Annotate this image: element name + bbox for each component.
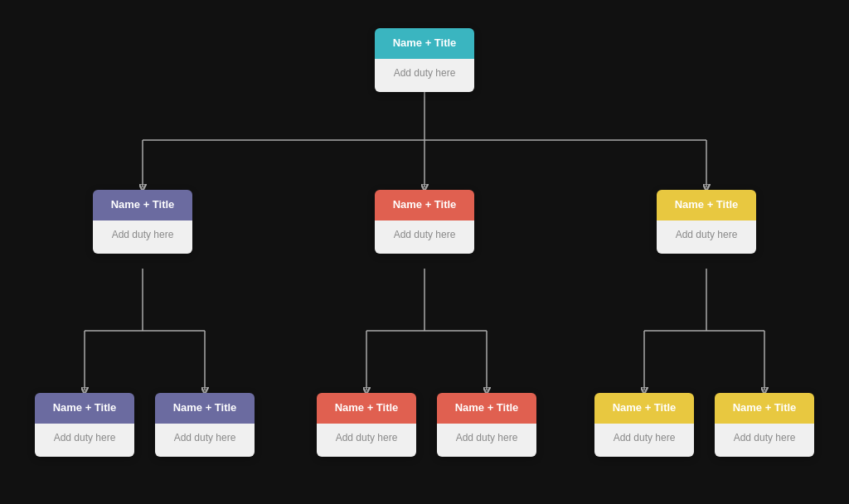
node-root-label: Name + Title bbox=[393, 36, 457, 49]
node-bot-left-2[interactable]: Name + Title Add duty here bbox=[155, 393, 255, 457]
node-bot-left-2-header: Name + Title bbox=[155, 393, 255, 424]
node-mid-center-label: Name + Title bbox=[393, 198, 457, 211]
node-bot-left-1-label: Name + Title bbox=[53, 401, 117, 414]
node-bot-right-1-body: Add duty here bbox=[594, 424, 694, 457]
node-bot-center-2-body: Add duty here bbox=[437, 424, 536, 457]
node-root-header: Name + Title bbox=[375, 28, 474, 59]
node-bot-left-1-body: Add duty here bbox=[35, 424, 134, 457]
node-mid-left-duty: Add duty here bbox=[112, 229, 174, 240]
node-mid-right-body: Add duty here bbox=[657, 220, 756, 254]
node-bot-right-1[interactable]: Name + Title Add duty here bbox=[594, 393, 694, 457]
node-mid-left-body: Add duty here bbox=[93, 220, 192, 254]
node-bot-center-1[interactable]: Name + Title Add duty here bbox=[317, 393, 416, 457]
node-mid-right[interactable]: Name + Title Add duty here bbox=[657, 190, 756, 254]
node-bot-left-2-body: Add duty here bbox=[155, 424, 255, 457]
node-bot-center-2-label: Name + Title bbox=[455, 401, 519, 414]
node-bot-right-2-body: Add duty here bbox=[715, 424, 814, 457]
node-mid-right-duty: Add duty here bbox=[676, 229, 738, 240]
node-bot-right-1-header: Name + Title bbox=[594, 393, 694, 424]
node-bot-left-1-duty: Add duty here bbox=[54, 432, 116, 443]
node-bot-center-1-header: Name + Title bbox=[317, 393, 416, 424]
node-root-body: Add duty here bbox=[375, 59, 474, 92]
node-bot-right-2[interactable]: Name + Title Add duty here bbox=[715, 393, 814, 457]
node-bot-right-2-header: Name + Title bbox=[715, 393, 814, 424]
node-bot-center-2-header: Name + Title bbox=[437, 393, 536, 424]
node-bot-left-2-label: Name + Title bbox=[173, 401, 237, 414]
node-bot-left-2-duty: Add duty here bbox=[174, 432, 236, 443]
node-mid-right-header: Name + Title bbox=[657, 190, 756, 220]
node-bot-right-1-label: Name + Title bbox=[613, 401, 677, 414]
node-bot-right-2-duty: Add duty here bbox=[734, 432, 796, 443]
org-chart: Name + Title Add duty here Name + Title … bbox=[18, 12, 831, 492]
node-root[interactable]: Name + Title Add duty here bbox=[375, 28, 474, 92]
node-bot-left-1-header: Name + Title bbox=[35, 393, 134, 424]
node-bot-center-2-duty: Add duty here bbox=[456, 432, 518, 443]
node-bot-center-1-duty: Add duty here bbox=[336, 432, 398, 443]
node-root-duty: Add duty here bbox=[394, 67, 456, 79]
node-mid-center[interactable]: Name + Title Add duty here bbox=[375, 190, 474, 254]
node-mid-center-duty: Add duty here bbox=[394, 229, 456, 240]
node-mid-left-label: Name + Title bbox=[111, 198, 175, 211]
node-mid-left-header: Name + Title bbox=[93, 190, 192, 220]
node-mid-left[interactable]: Name + Title Add duty here bbox=[93, 190, 192, 254]
node-mid-right-label: Name + Title bbox=[675, 198, 739, 211]
node-bot-right-1-duty: Add duty here bbox=[614, 432, 676, 443]
node-bot-center-1-label: Name + Title bbox=[335, 401, 399, 414]
node-bot-left-1[interactable]: Name + Title Add duty here bbox=[35, 393, 134, 457]
node-mid-center-body: Add duty here bbox=[375, 220, 474, 254]
node-bot-center-2[interactable]: Name + Title Add duty here bbox=[437, 393, 536, 457]
node-bot-right-2-label: Name + Title bbox=[733, 401, 797, 414]
node-bot-center-1-body: Add duty here bbox=[317, 424, 416, 457]
node-mid-center-header: Name + Title bbox=[375, 190, 474, 220]
